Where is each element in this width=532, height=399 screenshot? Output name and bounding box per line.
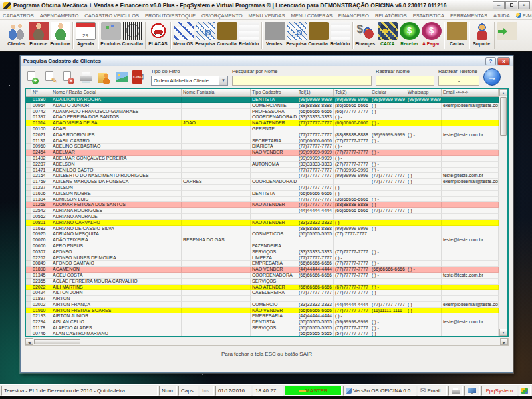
table-row[interactable]: 00801ADRIANO CARVALHONAO ATENDER(33)3333… <box>26 220 499 226</box>
chevron-down-icon[interactable]: ▼ <box>219 76 227 85</box>
column-header-whatsapp[interactable]: Whatsapp <box>406 89 442 96</box>
minimize-button[interactable]: – <box>493 1 505 9</box>
email-icon[interactable]: ✉ <box>132 70 147 84</box>
scroll-down-icon[interactable]: ▼ <box>499 329 507 336</box>
menu-produto-estoque[interactable]: PRODUTO/ESTOQUE <box>145 13 196 19</box>
toolbar-button-consultar[interactable]: Consultar <box>122 21 144 51</box>
table-row[interactable]: 01178ALAECIO ALADESSERVIÇOS(55)55555-555… <box>26 325 499 331</box>
menu-cadastro-veiculos[interactable]: CADASTRO VEICULOS <box>84 13 139 19</box>
photo-icon[interactable] <box>114 70 129 84</box>
toolbar-button-cartas[interactable]: Cartas <box>446 21 467 51</box>
scroll-up-icon[interactable]: ▲ <box>499 89 507 96</box>
toolbar-button-consulta[interactable]: Consulta <box>307 21 329 51</box>
menu-estatistica[interactable]: ESTATISTICA <box>413 13 444 19</box>
toolbar-button-caixa[interactable]: CAIXA <box>376 21 398 51</box>
table-row[interactable]: 02454ADELMARNÃO VENDER(99)99999-9999(77)… <box>26 150 499 156</box>
table-row[interactable]: 00925ADRIANO MESQUITACOSMETICOS(55)55555… <box>26 231 499 237</box>
menu-ferramentas[interactable]: FERRAMENTAS <box>450 13 487 19</box>
table-row[interactable]: 00606AERO PNEUSFAZENDEIRA <box>26 243 499 249</box>
menu-menu-vendas[interactable]: MENU VENDAS <box>249 13 285 19</box>
toolbar-button-item[interactable] <box>496 21 518 51</box>
edit-record-icon[interactable]: ✎ <box>43 70 57 84</box>
table-row[interactable]: 01606ADILSON NOBREDENTISTA(66)66666-6666… <box>26 191 499 197</box>
help-button[interactable]: ? <box>485 57 496 65</box>
child-close-button[interactable]: x <box>497 57 510 65</box>
toolbar-button-relat-rio[interactable]: Relatório <box>329 21 351 51</box>
table-row[interactable]: 02022AILI MARTINSNAO ATENDER(66)66666-66… <box>26 285 499 291</box>
toolbar-button-funciona[interactable]: Funciona <box>49 21 71 51</box>
column-header-nome-fantasia[interactable]: Nome Fantasia <box>182 89 251 96</box>
table-row[interactable]: 02542ADRIANA RODRIGUES(44)44444-4444(66)… <box>26 208 499 214</box>
toolbar-button-agenda[interactable]: 29Agenda <box>74 21 96 51</box>
table-row[interactable]: 02154ADILBERTO DO NASCIMENTO RODRIGUES(7… <box>26 173 499 179</box>
table-row[interactable]: 01759ADILENE MARQUES DA FONSECACAPRESCOO… <box>26 179 499 185</box>
toolbar-button-placas[interactable]: PLACAS <box>147 21 169 51</box>
table-row[interactable]: 01137ADASIL CASTROSECRETARIA(66)66666-66… <box>26 138 499 144</box>
table-row[interactable]: 01384ADMILSON LUIS(77)77777-7777(36)6666… <box>26 197 499 203</box>
toolbar-button-finan-as[interactable]: Finanças <box>354 21 376 51</box>
table-row[interactable]: 00742ADAMARCIO FRANCISCO GUIMARAESPROFES… <box>26 109 499 115</box>
toolbar-button-menu-os[interactable]: Menu OS <box>172 21 194 51</box>
table-row[interactable]: 00100ADAPIGERENTE <box>26 126 499 132</box>
table-row[interactable]: 02294AISLAN CELIODENTISTA(55)55555-5555(… <box>26 319 499 325</box>
menu-agendamento[interactable]: AGENDAMENTO <box>40 13 79 19</box>
search-go-button[interactable]: → <box>483 68 501 86</box>
menu-menu-compras[interactable]: MENU COMPRAS <box>291 13 332 19</box>
vertical-scrollbar[interactable]: ▲ ▼ <box>499 89 507 336</box>
vertical-scroll-track[interactable] <box>499 136 507 329</box>
toolbar-button-fornece[interactable]: Fornece <box>27 21 49 51</box>
horizontal-scroll-thumb[interactable] <box>34 339 80 344</box>
toolbar-button-a-pagar[interactable]: $A Pagar <box>420 21 442 51</box>
column-header-n[interactable]: Nº <box>31 89 51 96</box>
filter-type-select[interactable]: Ordem Alfabetica Cliente ▼ <box>151 76 228 86</box>
table-row[interactable]: 00307AFONSOSERVIÇOS(33)33333-3333(77)777… <box>26 249 499 255</box>
table-row[interactable]: 01345AGEU COSTACOORDENADORA(66)66666-666… <box>26 273 499 279</box>
table-row[interactable]: 01492ADELMAR GONÇALVES PEREIRA(99)99999-… <box>26 156 499 162</box>
add-record-icon[interactable]: + <box>25 70 39 84</box>
table-row[interactable]: 02621ADAS RODRIGUES(77)77777-7777(88)888… <box>26 132 499 138</box>
track-phone-input[interactable] <box>438 76 479 86</box>
table-row[interactable]: 02262AFONSO NUNES DE MOURALIMPEZA(77)777… <box>26 255 499 261</box>
table-row[interactable]: 01683ADRIANO DE CASSIO SILVA(88)88888-88… <box>26 226 499 232</box>
table-row[interactable]: 00960ADELINO SEBASTIÃODIARISTA(77)77777-… <box>26 144 499 150</box>
toolbar-button-pesquisa[interactable]: Pesquisa <box>285 21 307 51</box>
status-email-button[interactable]: ✉ Email <box>418 386 447 396</box>
table-row[interactable]: 02002AIRTON FRANÇACOMERCIO(33)33333-3333… <box>26 302 499 308</box>
table-row[interactable]: 01898AGAMENONNÃO VENDER(44)44444-4444(77… <box>26 267 499 273</box>
table-row[interactable]: 01227ADILSON(77)77777-7777( ) - <box>26 185 499 191</box>
toolbar-button-receber[interactable]: $Receber <box>398 21 420 51</box>
table-row[interactable]: 01268ADOMAR FEITOSA DOS SANTOSNAO ATENDE… <box>26 202 499 208</box>
close-button[interactable]: × <box>518 1 530 9</box>
table-row[interactable]: 01471ADENILDO BASTO(77)77777-7777(77)999… <box>26 168 499 174</box>
menu-os-or-amento[interactable]: OS/ORÇAMENTO <box>201 13 243 19</box>
toolbar-button-relat-rio[interactable]: Relatório <box>238 21 260 51</box>
table-row[interactable]: 00076ADÃO TEIXEIRARESENHA DO GASteste@te… <box>26 237 499 243</box>
status-printer-button[interactable] <box>448 386 463 396</box>
column-header-celular[interactable]: Celular <box>370 89 406 96</box>
column-header-tel-1[interactable]: Tel(1) <box>297 89 334 96</box>
maximize-button[interactable] <box>505 1 517 9</box>
toolbar-button-suporte[interactable]: Suporte <box>471 21 493 51</box>
column-header-tipo-cadastro[interactable]: Tipo Cadastro <box>251 89 297 96</box>
table-row[interactable]: 00424AILTON JOHNCABELEREIRA(77)77777-777… <box>26 290 499 296</box>
table-row[interactable]: 01897AIRTON <box>26 296 499 302</box>
menu-cadastros[interactable]: CADASTROS <box>3 13 34 19</box>
toolbar-button-consulta[interactable]: Consulta <box>216 21 238 51</box>
table-row[interactable]: 00849AFONSO SAMPAIOEMPRESARIA(66)66666-6… <box>26 261 499 267</box>
menu-ajuda[interactable]: AJUDA <box>493 13 510 19</box>
delete-record-icon[interactable]: × <box>61 70 75 84</box>
contact-folder-icon[interactable] <box>96 70 111 84</box>
menu-financeiro[interactable]: FINANCEIRO <box>338 13 369 19</box>
status-app-button[interactable] <box>519 386 531 396</box>
horizontal-scroll-track[interactable] <box>81 338 500 345</box>
table-row[interactable]: 00562ADRIANO ANDRADE <box>26 214 499 220</box>
toolbar-button-pesquisa[interactable]: Pesquisa <box>194 21 216 51</box>
column-header-nome-raz-o-social[interactable]: Nome / Razão Social <box>51 89 182 96</box>
table-row[interactable]: 02287ADELSONAUTONOMA(33)33333-3333(27)77… <box>26 162 499 168</box>
table-row[interactable]: 01514ADAO VIEIRA DE SAJOAONAO ATENDER(77… <box>26 120 499 126</box>
table-row[interactable]: 00964ADALTO JUNIORCOMERCIANTE(88)88888-8… <box>26 103 499 109</box>
horizontal-scrollbar[interactable]: ◀ ▶ <box>25 338 509 346</box>
toolbar-button-produtos[interactable]: Produtos <box>100 21 122 51</box>
table-row[interactable]: 02193AIRTON JUNIOREMPRESARIA(44)44444-44… <box>26 313 499 319</box>
search-name-input[interactable] <box>232 76 372 86</box>
